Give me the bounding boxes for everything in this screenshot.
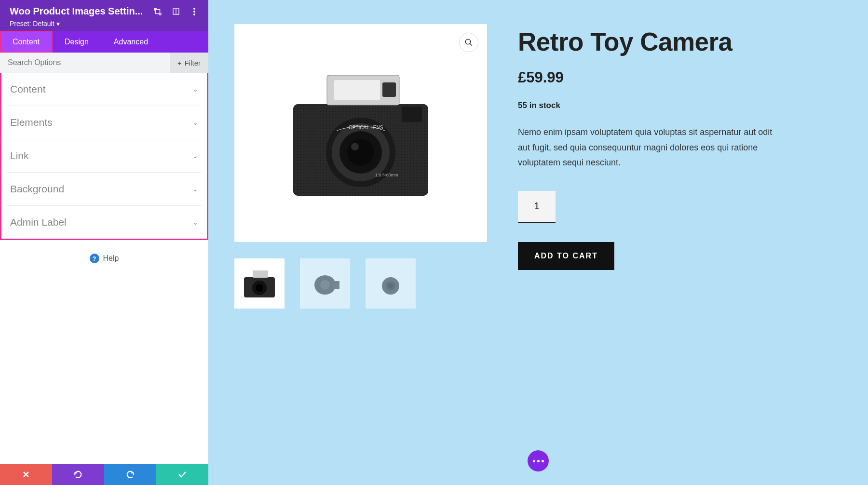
tab-advanced[interactable]: Advanced (101, 31, 161, 53)
svg-rect-0 (156, 9, 160, 13)
accordion-label: Link (10, 150, 29, 162)
help-link[interactable]: ? Help (0, 240, 208, 277)
tab-design[interactable]: Design (52, 31, 101, 53)
quantity-input[interactable] (518, 191, 556, 223)
svg-rect-12 (382, 82, 396, 97)
accordion-admin-label[interactable]: Admin Label ⌄ (7, 206, 201, 239)
svg-text:1:8  f=60mm: 1:8 f=60mm (375, 173, 398, 177)
dot-icon (533, 460, 535, 462)
dot-icon (542, 460, 544, 462)
chevron-down-icon: ⌄ (192, 185, 198, 193)
chevron-down-icon: ⌄ (192, 85, 198, 93)
svg-rect-29 (333, 281, 339, 289)
filter-label: Filter (185, 59, 201, 67)
action-bar (0, 464, 208, 485)
stock-status: 55 in stock (518, 101, 842, 110)
svg-point-17 (347, 139, 374, 166)
help-icon: ? (90, 254, 99, 263)
svg-rect-24 (253, 270, 268, 278)
svg-line-7 (470, 43, 472, 46)
preset-selector[interactable]: Preset: Default ▾ (10, 20, 199, 27)
svg-text:OPTICAL  LENS: OPTICAL LENS (349, 125, 383, 130)
thumbnail-strip (234, 258, 487, 309)
chevron-down-icon: ⌄ (192, 119, 198, 126)
product-description: Nemo enim ipsam voluptatem quia voluptas… (518, 125, 778, 171)
zoom-button[interactable] (459, 33, 478, 52)
product-title: Retro Toy Camera (518, 27, 842, 56)
panel-title: Woo Product Images Settin... (10, 6, 148, 17)
redo-button[interactable] (104, 464, 156, 485)
sidebar-header: Woo Product Images Settin... Preset: Def… (0, 0, 208, 31)
undo-button[interactable] (52, 464, 104, 485)
caret-down-icon: ▾ (56, 20, 60, 27)
chevron-down-icon: ⌄ (192, 218, 198, 226)
filter-button[interactable]: + Filter (170, 53, 208, 73)
add-to-cart-button[interactable]: ADD TO CART (518, 242, 614, 270)
camera-illustration: OPTICAL LENS 1:8 f=60mm (279, 61, 443, 205)
thumbnail-1[interactable] (234, 258, 285, 309)
svg-point-32 (388, 283, 393, 288)
svg-rect-13 (402, 107, 422, 122)
accordion-label: Elements (10, 117, 53, 128)
accordion-label: Admin Label (10, 216, 67, 228)
search-row: + Filter (0, 53, 208, 73)
expand-icon[interactable] (153, 7, 162, 16)
more-menu-icon[interactable] (190, 7, 199, 16)
svg-point-26 (256, 284, 263, 292)
product-price: £59.99 (518, 69, 842, 86)
svg-point-28 (320, 280, 330, 290)
accordion-group: Content ⌄ Elements ⌄ Link ⌄ Background ⌄… (0, 73, 208, 240)
thumbnail-3[interactable] (366, 258, 416, 309)
product-row: OPTICAL LENS 1:8 f=60mm (234, 24, 842, 309)
help-label: Help (103, 254, 119, 263)
product-gallery: OPTICAL LENS 1:8 f=60mm (234, 24, 487, 309)
main-product-image[interactable]: OPTICAL LENS 1:8 f=60mm (234, 24, 487, 242)
svg-point-4 (193, 11, 195, 13)
thumbnail-2[interactable] (300, 258, 350, 309)
svg-point-6 (465, 39, 471, 44)
settings-sidebar: Woo Product Images Settin... Preset: Def… (0, 0, 208, 485)
svg-point-18 (351, 143, 359, 150)
accordion-label: Background (10, 183, 64, 195)
product-details: Retro Toy Camera £59.99 55 in stock Nemo… (518, 24, 842, 309)
search-input[interactable] (0, 53, 170, 73)
preset-label: Preset: Default (10, 20, 54, 27)
dot-icon (537, 460, 540, 462)
svg-point-5 (193, 13, 195, 15)
accordion-content[interactable]: Content ⌄ (7, 73, 201, 106)
cancel-button[interactable] (0, 464, 52, 485)
svg-rect-11 (334, 80, 380, 100)
settings-tabs: Content Design Advanced (0, 31, 208, 53)
save-button[interactable] (156, 464, 208, 485)
svg-point-3 (193, 8, 195, 10)
plus-icon: + (177, 59, 182, 67)
chevron-down-icon: ⌄ (192, 152, 198, 160)
layout-icon[interactable] (172, 7, 180, 16)
accordion-label: Content (10, 83, 46, 95)
accordion-elements[interactable]: Elements ⌄ (7, 106, 201, 139)
accordion-background[interactable]: Background ⌄ (7, 173, 201, 206)
preview-canvas: OPTICAL LENS 1:8 f=60mm (208, 0, 868, 485)
tab-content[interactable]: Content (0, 31, 52, 53)
accordion-link[interactable]: Link ⌄ (7, 139, 201, 173)
floating-action-button[interactable] (528, 450, 549, 472)
